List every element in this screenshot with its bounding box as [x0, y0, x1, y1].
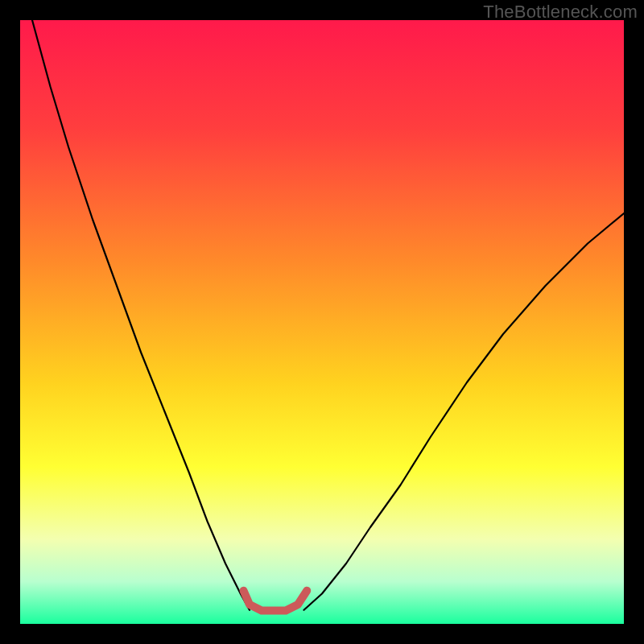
plot-area — [20, 20, 624, 624]
bottleneck-chart — [20, 20, 624, 624]
chart-frame: TheBottleneck.com — [0, 0, 644, 644]
gradient-background — [20, 20, 624, 624]
